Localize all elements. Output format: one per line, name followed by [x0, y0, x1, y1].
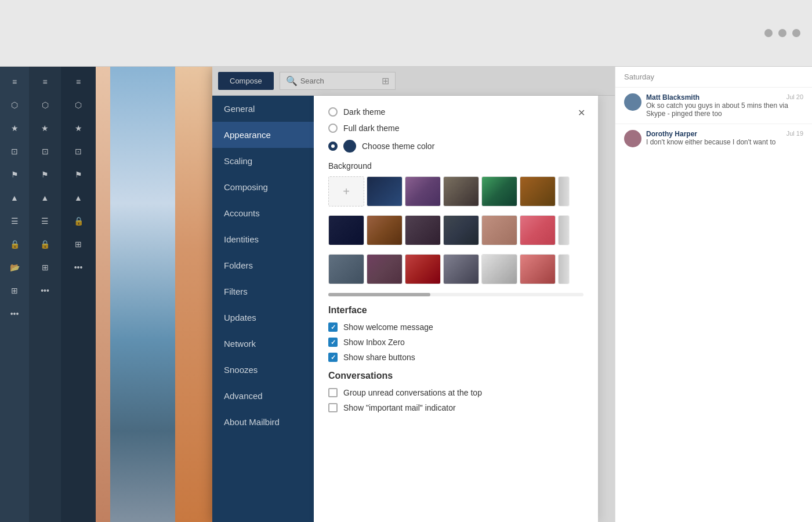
doc-icon-2: ☰	[36, 212, 55, 230]
radio-full-dark-theme[interactable]	[328, 124, 338, 133]
checkbox-inbox-zero[interactable]: Show Inbox Zero	[328, 338, 583, 347]
close-button[interactable]: ✕	[573, 104, 589, 121]
bg-thumb-9[interactable]	[405, 215, 441, 245]
checkbox-group-unread-input[interactable]	[328, 388, 338, 397]
settings-nav-filters[interactable]: Filters	[212, 278, 314, 304]
lock-icon-3: 🔒	[69, 212, 88, 230]
settings-nav-appearance[interactable]: Appearance	[212, 122, 314, 148]
grid-icon-3: ⊞	[69, 235, 88, 253]
checkbox-important-mail[interactable]: Show "important mail" indicator	[328, 403, 583, 412]
chat-content-2: Dorothy Harper Jul 19 I don't know eithe…	[646, 130, 803, 146]
bg-thumb-12[interactable]	[520, 215, 556, 245]
window-controls	[764, 29, 800, 37]
bg-thumb-13[interactable]	[328, 254, 364, 284]
background-grid: +	[328, 176, 583, 206]
bg-thumb-5[interactable]	[520, 176, 556, 206]
bg-thumb-16[interactable]	[443, 254, 479, 284]
bg-thumb-18[interactable]	[520, 254, 556, 284]
settings-nav-about[interactable]: About Mailbird	[212, 409, 314, 435]
theme-color-option[interactable]: Choose theme color	[328, 140, 583, 153]
bg-thumb-edge-3	[558, 254, 570, 284]
lock-icon-1: 🔒	[5, 235, 24, 253]
grid-icon-2: ⊞	[36, 258, 55, 277]
checkbox-inbox-zero-label: Show Inbox Zero	[343, 338, 405, 347]
settings-nav-scaling[interactable]: Scaling	[212, 148, 314, 174]
more-icon-1: •••	[5, 304, 24, 323]
flag-icon-3: ⚑	[69, 165, 88, 184]
settings-nav-network[interactable]: Network	[212, 331, 314, 357]
radio-color-theme[interactable]	[328, 142, 338, 151]
settings-nav-updates[interactable]: Updates	[212, 304, 314, 331]
settings-nav-snoozes[interactable]: Snoozes	[212, 357, 314, 383]
checkbox-welcome[interactable]: Show welcome message	[328, 322, 583, 332]
close-window-button[interactable]	[792, 29, 800, 37]
bg-thumb-edge-1	[558, 176, 570, 206]
bg-thumb-1[interactable]	[367, 176, 403, 206]
settings-nav-identities[interactable]: Identities	[212, 226, 314, 252]
star-icon-3: ★	[69, 119, 88, 137]
bg-thumb-4[interactable]	[481, 176, 517, 206]
minimize-button[interactable]	[764, 29, 773, 37]
bg-thumb-8[interactable]	[367, 215, 403, 245]
settings-nav-composing[interactable]: Composing	[212, 174, 314, 200]
doc-icon-1: ☰	[5, 212, 24, 230]
scrollbar-track[interactable]	[328, 293, 583, 296]
bg-thumb-17[interactable]	[481, 254, 517, 284]
bg-thumb-10[interactable]	[443, 215, 479, 245]
checkbox-welcome-input[interactable]	[328, 322, 338, 332]
chat-message-2: Dorothy Harper Jul 19 I don't know eithe…	[615, 124, 812, 153]
chat-text-1: Ok so catch you guys in about 5 mins the…	[646, 102, 803, 118]
checkbox-group-unread[interactable]: Group unread conversations at the top	[328, 388, 583, 397]
chat-avatar-1	[624, 93, 641, 111]
settings-sidebar: General Appearance Scaling Composing Acc…	[212, 96, 314, 522]
menu-icon-1: ≡	[5, 72, 24, 91]
checkbox-important-mail-input[interactable]	[328, 403, 338, 412]
scrollbar-thumb[interactable]	[328, 293, 430, 296]
checkbox-share-buttons[interactable]: Show share buttons	[328, 353, 583, 362]
sidebar-panel-3: ≡ ⬡ ★ ⊡ ⚑ ▲ 🔒 ⊞ •••	[61, 67, 96, 522]
chat-date-1: Jul 20	[786, 93, 803, 102]
background-grid-2	[328, 215, 583, 245]
menu-icon-2: ≡	[36, 72, 55, 91]
more-icon-2: •••	[36, 281, 55, 300]
checkbox-inbox-zero-input[interactable]	[328, 338, 338, 347]
theme-dark-option[interactable]: Dark theme	[328, 107, 583, 117]
right-panel: Saturday Matt Blacksmith Jul 20 Ok so ca…	[615, 67, 812, 522]
bg-add-button[interactable]: +	[328, 176, 364, 206]
bg-thumb-2[interactable]	[405, 176, 441, 206]
interface-title: Interface	[328, 305, 583, 316]
bg-thumb-11[interactable]	[481, 215, 517, 245]
settings-panel: ✕ Dark theme Full dark theme Choose them…	[314, 96, 598, 522]
group-icon-2: ⬡	[36, 96, 55, 114]
lock-icon-2: 🔒	[36, 235, 55, 253]
color-circle[interactable]	[343, 140, 356, 153]
grid-icon-1: ⊞	[5, 281, 24, 300]
chat-content-1: Matt Blacksmith Jul 20 Ok so catch you g…	[646, 93, 803, 118]
maximize-button[interactable]	[778, 29, 786, 37]
more-icon-3: •••	[69, 258, 88, 277]
sidebar-panel-2: ≡ ⬡ ★ ⊡ ⚑ ▲ ☰ 🔒 ⊞ •••	[29, 67, 61, 522]
settings-nav-general[interactable]: General	[212, 96, 314, 122]
bg-thumb-edge-2	[558, 215, 570, 245]
background-grid-3	[328, 254, 583, 284]
settings-nav-accounts[interactable]: Accounts	[212, 200, 314, 226]
theme-full-dark-option[interactable]: Full dark theme	[328, 124, 583, 133]
settings-nav-folders[interactable]: Folders	[212, 252, 314, 278]
star-icon-1: ★	[5, 119, 24, 137]
background-section-title: Background	[328, 161, 583, 171]
bg-thumb-3[interactable]	[443, 176, 479, 206]
nav-icon-1: ▲	[5, 188, 24, 207]
checkbox-important-mail-label: Show "important mail" indicator	[343, 403, 456, 412]
checkbox-share-buttons-input[interactable]	[328, 353, 338, 362]
bg-thumb-7[interactable]	[328, 215, 364, 245]
bg-thumb-15[interactable]	[405, 254, 441, 284]
sidebar-panel-1: ≡ ⬡ ★ ⊡ ⚑ ▲ ☰ 🔒 📂 ⊞ •••	[0, 67, 29, 522]
chat-text-2: I don't know either because I don't want…	[646, 138, 803, 146]
settings-nav-advanced[interactable]: Advanced	[212, 383, 314, 409]
radio-dark-theme[interactable]	[328, 107, 338, 117]
chat-date-2: Jul 19	[786, 130, 803, 138]
window-chrome	[0, 0, 812, 67]
flag-icon-1: ⚑	[5, 165, 24, 184]
checkbox-share-buttons-label: Show share buttons	[343, 353, 415, 362]
bg-thumb-14[interactable]	[367, 254, 403, 284]
